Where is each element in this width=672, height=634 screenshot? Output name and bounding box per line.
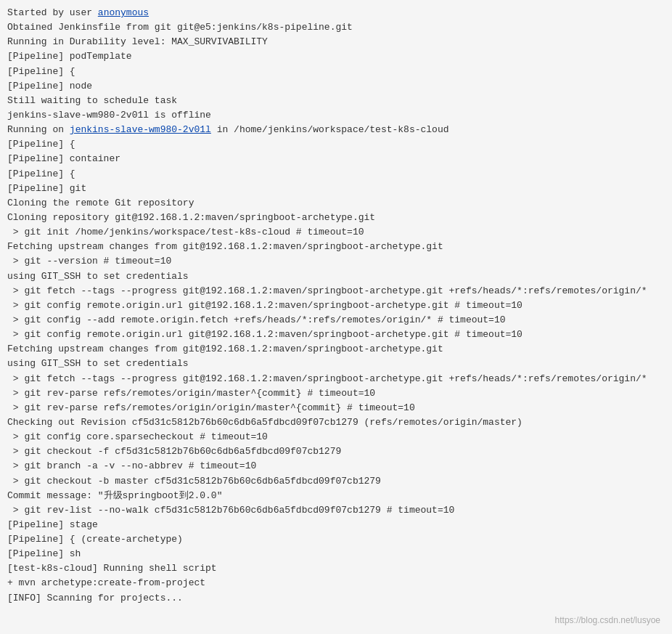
console-output: Started by user anonymousObtained Jenkin…: [7, 6, 665, 606]
console-line: > git rev-list --no-walk cf5d31c5812b76b…: [7, 503, 665, 518]
console-line: using GIT_SSH to set credentials: [7, 269, 665, 284]
console-line: [Pipeline] podTemplate: [7, 49, 665, 64]
watermark: https://blog.csdn.net/lusyoe: [555, 615, 660, 625]
console-line: [Pipeline] stage: [7, 518, 665, 532]
console-line: > git init /home/jenkins/workspace/test-…: [7, 225, 665, 240]
console-line: > git fetch --tags --progress git@192.16…: [7, 284, 665, 298]
console-link[interactable]: anonymous: [98, 7, 149, 18]
console-link[interactable]: jenkins-slave-wm980-2v01l: [70, 124, 211, 135]
console-line: using GIT_SSH to set credentials: [7, 357, 665, 371]
console-line: Running in Durability level: MAX_SURVIVA…: [7, 35, 665, 49]
console-line: Fetching upstream changes from git@192.1…: [7, 342, 665, 357]
console-line: > git config core.sparsecheckout # timeo…: [7, 430, 665, 444]
console-line: > git config remote.origin.url git@192.1…: [7, 298, 665, 313]
console-line: Cloning repository git@192.168.1.2:maven…: [7, 211, 665, 225]
console-line: Started by user anonymous: [7, 6, 665, 20]
console-line: [Pipeline] sh: [7, 547, 665, 561]
console-line: [INFO] Scanning for projects...: [7, 591, 665, 606]
console-line: Fetching upstream changes from git@192.1…: [7, 240, 665, 254]
console-line: Still waiting to schedule task: [7, 94, 665, 108]
console-line: + mvn archetype:create-from-project: [7, 576, 665, 590]
console-line: > git rev-parse refs/remotes/origin/orig…: [7, 401, 665, 415]
console-line: [Pipeline] {: [7, 167, 665, 182]
console-line: jenkins-slave-wm980-2v01l is offline: [7, 108, 665, 123]
console-line: [Pipeline] {: [7, 65, 665, 79]
console-line: [Pipeline] git: [7, 182, 665, 196]
console-line: > git fetch --tags --progress git@192.16…: [7, 372, 665, 386]
console-line: [Pipeline] { (create-archetype): [7, 532, 665, 547]
console-line: Commit message: "升级springboot到2.0.0": [7, 489, 665, 503]
console-line: Checking out Revision cf5d31c5812b76b60c…: [7, 415, 665, 430]
console-line: > git checkout -b master cf5d31c5812b76b…: [7, 474, 665, 489]
console-line: > git --version # timeout=10: [7, 254, 665, 269]
console-line: Cloning the remote Git repository: [7, 196, 665, 211]
console-line: > git checkout -f cf5d31c5812b76b60c6db6…: [7, 444, 665, 459]
console-line: Obtained Jenkinsfile from git git@e5:jen…: [7, 20, 665, 35]
console-line: [Pipeline] node: [7, 79, 665, 94]
console-line: Running on jenkins-slave-wm980-2v01l in …: [7, 123, 665, 137]
console-line: [Pipeline] container: [7, 152, 665, 166]
console-line: > git config --add remote.origin.fetch +…: [7, 313, 665, 328]
console-line: > git rev-parse refs/remotes/origin/mast…: [7, 386, 665, 401]
console-line: [test-k8s-cloud] Running shell script: [7, 561, 665, 576]
console-container: Started by user anonymousObtained Jenkin…: [0, 0, 672, 634]
console-line: [Pipeline] {: [7, 137, 665, 152]
console-line: > git branch -a -v --no-abbrev # timeout…: [7, 459, 665, 474]
console-line: > git config remote.origin.url git@192.1…: [7, 328, 665, 342]
